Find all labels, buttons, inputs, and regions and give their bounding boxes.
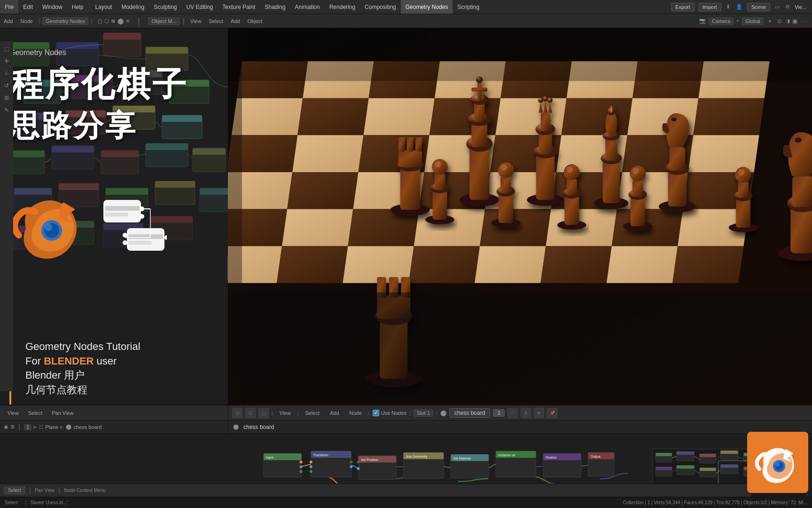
ne-view-btn[interactable]: View — [4, 409, 23, 417]
svg-rect-279 — [700, 468, 716, 471]
ne-heart-icon[interactable]: ♡ — [508, 408, 518, 418]
global-dropdown[interactable]: Global — [742, 17, 764, 25]
ne-close-icon[interactable]: ✕ — [534, 408, 544, 418]
view-label[interactable]: Vie... — [795, 4, 806, 10]
ne-object-mode-btn[interactable]: ⬚ — [258, 408, 269, 418]
mode-icon-4[interactable]: ⬤ — [117, 18, 124, 24]
svg-rect-119 — [469, 147, 489, 200]
vp-select-btn[interactable]: Select — [205, 14, 227, 28]
menu-item-sculpting[interactable]: Sculpting — [149, 0, 181, 14]
mode-icon-1[interactable]: ◻ — [98, 18, 102, 24]
xray-icon[interactable]: ▣ — [792, 18, 797, 24]
toolbar-separator: | — [39, 18, 40, 24]
ne-view-btn2[interactable]: View — [276, 409, 295, 417]
ne-node-btn[interactable]: Node — [346, 409, 366, 417]
svg-rect-60 — [127, 228, 164, 251]
menu-item-window[interactable]: Window — [38, 0, 67, 14]
mode-icon-5[interactable]: ✕ — [125, 18, 130, 24]
left-tool-select[interactable]: ⬚ — [1, 43, 12, 55]
left-tool-cursor[interactable]: ✛ — [1, 56, 12, 67]
svg-point-58 — [140, 206, 144, 211]
menu-item-help[interactable]: Help — [67, 0, 88, 14]
node-editor-toolbar: View Select Pan View — [0, 405, 228, 421]
left-tool-annotate[interactable]: ✎ — [1, 104, 12, 116]
svg-point-291 — [775, 462, 780, 467]
svg-point-254 — [310, 470, 312, 473]
svg-text:Transform: Transform — [313, 453, 328, 457]
use-nodes-checkbox[interactable]: ✓ Use Nodes — [373, 410, 406, 416]
object-mode-btn[interactable]: Object M... — [148, 17, 180, 25]
toolbar-add[interactable]: Add — [0, 14, 17, 28]
svg-rect-156 — [398, 151, 422, 167]
camera-dropdown[interactable]: Camera — [709, 17, 734, 25]
ne-view-icon-2[interactable]: ⬡ — [245, 408, 256, 418]
cam-plus[interactable]: + — [736, 18, 739, 24]
chess-board-tag[interactable]: chess board — [449, 408, 490, 418]
ne-add-btn[interactable]: Add — [326, 409, 343, 417]
svg-rect-154 — [400, 167, 420, 210]
ne-sep1: | — [272, 410, 273, 416]
logo-area — [7, 183, 223, 268]
checkbox-tick: ✓ — [373, 410, 379, 416]
import-button[interactable]: Import — [698, 3, 721, 11]
ne-select-btn[interactable]: Select — [24, 409, 47, 417]
menu-item-geometry-nodes[interactable]: Geometry Nodes — [401, 0, 453, 14]
menu-item-texture-paint[interactable]: Texture Paint — [218, 0, 260, 14]
menu-item-edit[interactable]: Edit — [18, 0, 38, 14]
scene-dropdown[interactable]: Scene — [747, 3, 770, 11]
svg-rect-224 — [228, 28, 812, 81]
menu-item-rendering[interactable]: Rendering — [325, 0, 360, 14]
ne-copy-icon[interactable]: ⎘ — [521, 408, 531, 418]
proportional-icon[interactable]: ⊙ — [777, 18, 782, 24]
menu-item-compositing[interactable]: Compositing — [360, 0, 401, 14]
mode-icon-2[interactable]: ⬡ — [104, 18, 109, 24]
mode-icon-3[interactable]: ≋ — [111, 18, 116, 24]
collapse-panel-btn[interactable]: ◀ — [227, 256, 228, 280]
left-tool-scale[interactable]: ⊞ — [1, 92, 12, 103]
left-select-btn[interactable]: Select — [4, 486, 25, 494]
geo-nodes-dropdown[interactable]: Geometry Nodes — [42, 17, 88, 25]
ne-view-icon-1[interactable]: ◻ — [232, 408, 242, 418]
chess-render — [228, 28, 812, 405]
snap-icon[interactable]: ⌖ — [768, 18, 772, 24]
menu-item-file[interactable]: File — [0, 0, 18, 14]
svg-point-250 — [300, 465, 303, 468]
vp-view-btn[interactable]: View — [187, 14, 205, 28]
svg-point-258 — [357, 467, 360, 470]
overlay-icon[interactable]: ◑ — [786, 18, 790, 24]
obj-mode-dropdown[interactable]: Object M... — [147, 18, 180, 24]
lb-node-context-btn[interactable]: Node Context Menu — [64, 488, 106, 493]
toolbar-icon-2[interactable]: 👤 — [736, 4, 742, 10]
ne-pan-btn[interactable]: Pan View — [48, 409, 77, 417]
select-mode-btn[interactable]: Select — [5, 500, 18, 505]
svg-text:Input: Input — [266, 456, 273, 460]
menu-item-layout[interactable]: Layout — [90, 0, 117, 14]
menu-item-modeling[interactable]: Modeling — [117, 0, 149, 14]
tutorial-user-suffix: user — [94, 355, 117, 367]
svg-rect-114 — [475, 246, 546, 283]
close-symbol: ✕ — [537, 411, 541, 415]
view-icon[interactable]: ▭ — [775, 4, 780, 10]
left-tool-move[interactable]: ⊹ — [1, 68, 12, 79]
toolbar-icon-1[interactable]: ⬇ — [726, 4, 730, 10]
svg-point-64 — [123, 240, 127, 245]
export-button[interactable]: Export — [671, 3, 695, 11]
geo-nodes-icon — [101, 193, 167, 259]
menu-item-scripting[interactable]: Scripting — [453, 0, 484, 14]
svg-rect-263 — [677, 452, 694, 455]
settings-icon[interactable]: ⚙ — [785, 4, 790, 10]
vp-object-btn[interactable]: Object — [244, 14, 266, 28]
ne-select-btn2[interactable]: Select — [301, 409, 323, 417]
left-bottom-bar: Select | Pan View | Node Context Menu — [0, 484, 228, 497]
vp-add-btn[interactable]: Add — [227, 14, 244, 28]
left-tool-rotate[interactable]: ↺ — [1, 80, 12, 91]
viewport-right-tools: 📷 Camera + Global ⌖ ⊙ ◑ ▣ · · · — [699, 17, 812, 25]
slot-dropdown[interactable]: Slot 1 — [414, 409, 433, 417]
ne-pin-icon[interactable]: 📌 — [547, 408, 557, 418]
toolbar-node[interactable]: Node — [17, 14, 37, 28]
lb-pan-btn[interactable]: Pan View — [35, 488, 55, 493]
svg-rect-26 — [52, 146, 94, 169]
menu-item-uv-editing[interactable]: UV Editing — [182, 0, 218, 14]
menu-item-animation[interactable]: Animation — [290, 0, 324, 14]
menu-item-shading[interactable]: Shading — [260, 0, 290, 14]
